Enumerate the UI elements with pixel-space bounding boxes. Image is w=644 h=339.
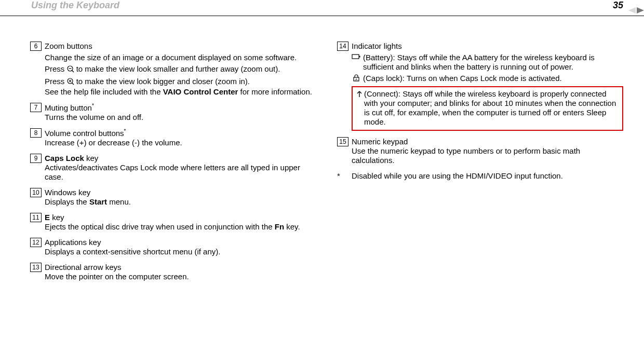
txt: See the help file included with the [45, 87, 163, 96]
txt-bold: E [45, 213, 50, 222]
item-12-title: Applications key [45, 238, 101, 247]
item-15-desc: Use the numeric keypad to type numbers o… [352, 146, 623, 165]
item-11-desc: Ejects the optical disc drive tray when … [45, 222, 316, 232]
connect-icon [355, 90, 364, 97]
item-15: 15 Numeric keypad Use the numeric keypad… [337, 137, 623, 165]
footnote-star: * [92, 103, 94, 109]
svg-line-6 [72, 83, 74, 85]
item-10-desc: Displays the Start menu. [45, 197, 316, 207]
txt: to make the view look bigger and closer … [76, 77, 250, 86]
indicator-caps: A (Caps lock): Turns on when Caps Lock m… [352, 74, 623, 83]
svg-text:A: A [355, 78, 357, 81]
txt: menu. [107, 197, 131, 206]
left-column: 6 Zoom buttons Change the size of an ima… [30, 42, 316, 334]
txt: Press [45, 77, 67, 86]
item-12: 12 Applications key Displays a context-s… [30, 238, 316, 256]
item-7: 7 Muting button* Turns the volume on and… [30, 103, 316, 122]
num-11: 11 [30, 213, 42, 222]
num-8: 8 [30, 128, 42, 138]
nav-next-icon [637, 7, 644, 13]
header-rule [0, 16, 644, 16]
nav-prev-icon [628, 7, 636, 13]
footnote-text: Disabled while you are using the HDMI/VI… [352, 171, 563, 180]
num-7: 7 [30, 103, 42, 112]
item-13: 13 Directional arrow keys Move the point… [30, 263, 316, 281]
item-9-title: Caps Lock key [45, 154, 98, 162]
item-6-p4: See the help file included with the VAIO… [45, 87, 316, 97]
txt: key [84, 154, 99, 162]
svg-rect-8 [359, 56, 360, 58]
item-13-title: Directional arrow keys [45, 263, 122, 272]
battery-icon [352, 53, 361, 60]
txt: (Battery): Stays off while the AA batter… [363, 53, 595, 71]
section-title: Using the Keyboard [31, 0, 119, 11]
right-column: 14 Indicator lights (Battery): Stays off… [337, 42, 623, 334]
item-6-title: Zoom buttons [45, 42, 316, 51]
item-6-p2: Press to make the view look smaller and … [45, 64, 316, 75]
item-11: 11 E key Ejects the optical disc drive t… [30, 213, 316, 232]
num-15: 15 [337, 137, 348, 146]
item-7-desc: Turns the volume on and off. [45, 113, 316, 122]
num-14: 14 [337, 42, 348, 51]
txt-bold: Fn [275, 222, 284, 231]
zoom-out-icon [67, 65, 74, 75]
num-6: 6 [30, 42, 42, 51]
page-header: Using the Keyboard 35 [0, 0, 644, 12]
content-body: 6 Zoom buttons Change the size of an ima… [30, 42, 623, 334]
item-11-title: E key [45, 213, 64, 222]
txt-bold: VAIO Control Center [163, 87, 238, 96]
item-15-title: Numeric keypad [352, 137, 408, 146]
txt: (Caps lock): Turns on when Caps Lock mod… [363, 74, 562, 83]
footnote-star: * [124, 128, 126, 134]
item-8: 8 Volume control buttons* Increase (+) o… [30, 128, 316, 147]
item-14-title: Indicator lights [352, 42, 402, 50]
num-12: 12 [30, 238, 42, 247]
item-12-desc: Displays a context-sensitive shortcut me… [45, 247, 316, 256]
indicator-battery: (Battery): Stays off while the AA batter… [352, 53, 623, 72]
indicator-connect-highlight: (Connect): Stays off while the wireless … [352, 86, 623, 131]
svg-rect-7 [352, 55, 359, 59]
txt: Press [45, 64, 67, 73]
item-8-title: Volume control buttons* [45, 129, 126, 138]
txt: Muting button [45, 103, 92, 112]
item-7-title: Muting button* [45, 103, 94, 112]
caps-lock-icon: A [352, 74, 361, 82]
txt: Ejects the optical disc drive tray when … [45, 222, 275, 231]
txt: to make the view look smaller and furthe… [76, 64, 280, 73]
item-9: 9 Caps Lock key Activates/deactivates Ca… [30, 154, 316, 182]
txt: (Connect): Stays off while the wireless … [364, 89, 616, 126]
txt: key. [284, 222, 300, 231]
svg-line-2 [72, 71, 74, 73]
num-13: 13 [30, 263, 42, 272]
footnote: * Disabled while you are using the HDMI/… [337, 171, 623, 181]
txt-bold: Start [89, 197, 107, 206]
txt: key [50, 213, 64, 222]
item-6-p1: Change the size of an image or a documen… [45, 53, 316, 62]
zoom-in-icon [67, 78, 74, 87]
item-13-desc: Move the pointer on the computer screen. [45, 272, 316, 281]
page-number: 35 [613, 0, 623, 11]
txt: Displays the [45, 197, 89, 206]
item-6: 6 Zoom buttons Change the size of an ima… [30, 42, 316, 97]
txt: Volume control buttons [45, 129, 124, 138]
item-6-p3: Press to make the view look bigger and c… [45, 77, 316, 87]
txt: for more information. [238, 87, 312, 96]
footnote-star: * [337, 171, 340, 181]
num-10: 10 [30, 188, 42, 197]
item-10: 10 Windows key Displays the Start menu. [30, 188, 316, 207]
item-10-title: Windows key [45, 188, 90, 197]
item-8-desc: Increase (+) or decrease (-) the volume. [45, 138, 316, 147]
num-9: 9 [30, 154, 42, 163]
item-14: 14 Indicator lights (Battery): Stays off… [337, 42, 623, 131]
item-9-desc: Activates/deactivates Caps Lock mode whe… [45, 163, 316, 182]
txt-bold: Caps Lock [45, 154, 84, 162]
